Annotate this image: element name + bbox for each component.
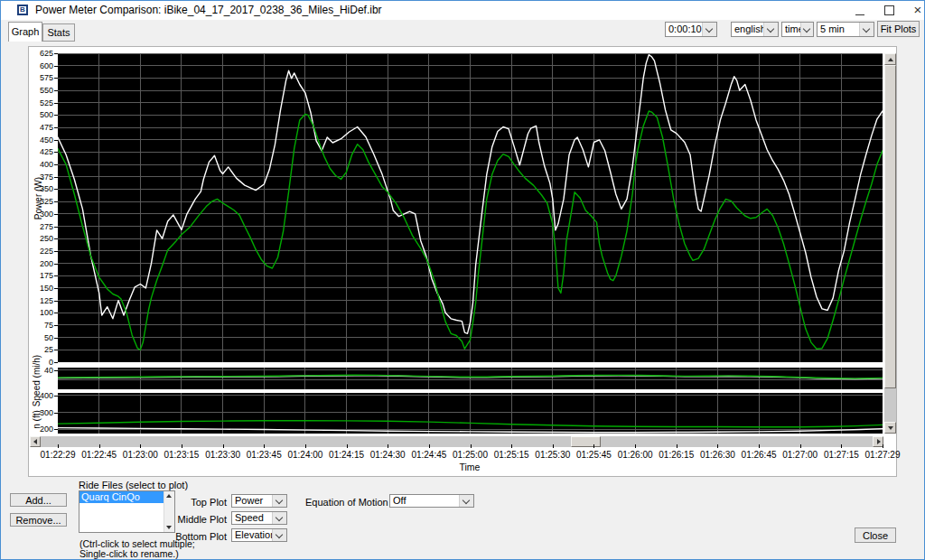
y-tick-mark [54,164,58,165]
x-axis-mode-select[interactable]: time [781,22,814,37]
top-plot-label: Top Plot [173,497,227,508]
tab-stats[interactable]: Stats [42,23,75,42]
y-tick-mark [54,227,58,228]
middle-plot-select[interactable]: Speed [231,511,287,525]
minimize-icon[interactable] [846,1,874,19]
equation-of-motion-value: Off [393,495,459,507]
y-tick-label: 200 [29,259,53,268]
y-tick-mark [54,275,58,276]
y-tick-mark [54,338,58,339]
scroll-up-icon[interactable] [166,494,172,498]
horizontal-scroll-thumb[interactable] [571,436,601,447]
y-tick-mark [54,264,58,265]
close-button[interactable]: Close [855,527,896,543]
chevron-down-icon[interactable] [272,512,286,524]
y-tick-label: 350 [29,184,53,193]
y-tick-mark [54,413,58,414]
y-tick-mark [54,90,58,91]
chevron-down-icon[interactable] [459,495,473,507]
y-tick-label: 500 [29,110,53,119]
x-tick-mark [388,444,388,448]
x-tick-mark [759,444,760,448]
x-tick-mark [511,444,512,448]
y-tick-label: 50 [29,333,53,342]
y-tick-label: 175 [29,271,53,280]
y-tick-mark [54,396,58,397]
y-tick-mark [54,177,58,178]
x-tick-mark [593,444,594,448]
y-tick-mark [54,350,58,350]
x-tick-mark [223,444,224,448]
x-tick-label: 01:27:29 [855,450,910,460]
x-tick-mark [635,444,636,448]
scroll-down-icon[interactable] [166,526,172,529]
x-tick-mark [553,444,554,448]
elevation-plot[interactable] [58,393,883,434]
maximize-icon[interactable] [874,1,903,19]
chevron-down-icon[interactable] [763,23,778,36]
y-tick-mark [54,251,58,252]
horizontal-scrollbar[interactable] [30,436,883,447]
scroll-up-icon[interactable] [884,53,896,65]
x-tick-mark [677,444,677,448]
x-tick-mark [841,444,842,448]
y-tick-label: 40 [29,366,53,375]
chevron-down-icon[interactable] [859,23,874,36]
units-select[interactable]: english [731,22,779,37]
scroll-down-icon[interactable] [884,422,896,434]
vertical-scrollbar[interactable] [884,53,896,434]
y-tick-mark [54,288,58,289]
y-tick-mark [54,313,58,313]
scroll-left-icon[interactable] [30,436,41,447]
y-tick-mark [54,127,58,128]
y-tick-mark [54,214,58,215]
top-plot-select[interactable]: Power [231,494,287,508]
ride-files-hint-line2: Single-click to rename.) [79,549,179,559]
smoothing-value: 5 min [820,23,859,36]
middle-plot-label: Middle Plot [173,514,227,525]
title-bar: B Power Meter Comparison: iBike_04_17_20… [1,1,924,20]
y-tick-mark [54,66,58,67]
y-tick-label: 150 [29,284,53,293]
averaging-interval-select[interactable]: 0:00:10 [665,22,717,37]
fit-plots-button[interactable]: Fit Plots [877,21,920,37]
y-tick-label: 275 [29,222,53,231]
bottom-plot-label: Bottom Plot [169,531,227,542]
chevron-down-icon[interactable] [800,23,813,36]
ride-file-item[interactable]: Quarq CinQo [79,491,164,503]
y-tick-mark [54,53,58,54]
x-tick-mark [429,444,430,448]
plot-panel: Power (W) Speed (mi/h) n (ft) Time 62560… [28,46,897,477]
power-plot[interactable] [58,53,883,362]
chevron-down-icon[interactable] [272,495,286,507]
y-tick-label: 425 [29,147,53,156]
chevron-down-icon[interactable] [702,23,716,36]
remove-button[interactable]: Remove... [10,513,67,527]
speed-plot[interactable] [58,368,883,389]
x-tick-mark [347,444,348,448]
y-tick-mark [54,201,58,202]
y-tick-label: 400 [29,160,53,169]
y-tick-label: 525 [29,98,53,107]
tab-graph[interactable]: Graph [8,22,42,42]
window-title: Power Meter Comparison: iBike_04_17_2017… [35,1,382,20]
y-tick-label: 225 [29,247,53,256]
y-tick-label: 600 [29,61,53,70]
bottom-plot-value: Elevation [235,529,272,541]
vertical-scroll-thumb[interactable] [884,65,896,388]
x-tick-mark [471,444,472,448]
add-button[interactable]: Add... [10,493,67,507]
equation-of-motion-select[interactable]: Off [389,494,474,508]
x-tick-mark [305,444,306,448]
top-plot-value: Power [235,495,272,507]
close-icon[interactable]: × [903,1,925,19]
ride-files-listbox[interactable]: Quarq CinQo [79,490,175,533]
chevron-down-icon[interactable] [272,529,286,541]
y-tick-mark [54,103,58,104]
smoothing-select[interactable]: 5 min [817,22,874,37]
y-tick-label: 200 [29,425,53,434]
y-tick-label: 625 [29,49,53,58]
y-tick-label: 400 [29,391,53,400]
bottom-plot-select[interactable]: Elevation [231,528,287,542]
x-tick-mark [58,444,59,448]
